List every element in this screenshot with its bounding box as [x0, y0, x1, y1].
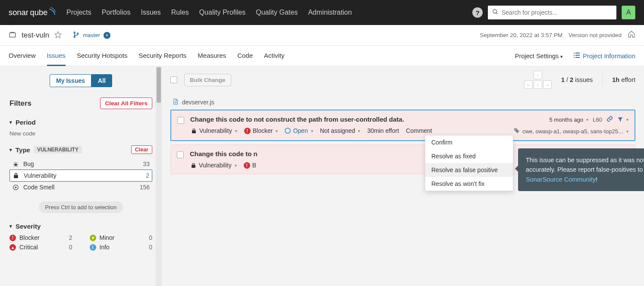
- tags-icon: [514, 128, 520, 135]
- nav-issues[interactable]: Issues: [141, 9, 161, 16]
- issue-severity-dropdown[interactable]: !Blocker: [244, 127, 278, 134]
- severity-grid: !Blocker2 ▾Minor0 ▴Critical0 iInfo0: [9, 234, 152, 251]
- permalink-icon[interactable]: [606, 116, 613, 123]
- svg-text:qube: qube: [30, 8, 48, 17]
- tooltip-text: This issue can be suppressed as it was n…: [526, 157, 644, 173]
- blocker-icon: !: [244, 128, 251, 134]
- issue-row[interactable]: Change this code to not construct the pa…: [170, 110, 635, 141]
- file-name: devserver.js: [182, 99, 214, 106]
- severity-count: 0: [69, 244, 72, 251]
- blocker-icon: !: [9, 235, 16, 241]
- clear-all-filters-button[interactable]: Clear All Filters: [100, 97, 152, 109]
- issue-severity-dropdown[interactable]: !B: [244, 162, 256, 169]
- dropdown-resolve-fixed[interactable]: Resolve as fixed: [425, 149, 513, 163]
- severity-count: 0: [149, 244, 152, 251]
- logo[interactable]: sonarqube: [9, 6, 56, 19]
- tab-overview[interactable]: Overview: [9, 46, 36, 66]
- tab-code[interactable]: Code: [237, 46, 253, 66]
- home-icon[interactable]: [628, 30, 635, 40]
- issue-age[interactable]: 5 months ago: [550, 116, 589, 123]
- avatar[interactable]: A: [622, 6, 635, 19]
- nav-administration[interactable]: Administration: [308, 9, 352, 16]
- minor-icon: ▾: [90, 235, 96, 241]
- facet-period-newcode[interactable]: New code: [9, 130, 152, 137]
- chevron-down-icon: ▾: [9, 147, 12, 153]
- tab-issues[interactable]: Issues: [47, 46, 66, 66]
- issue-checkbox[interactable]: [177, 117, 184, 124]
- bulk-change-button[interactable]: Bulk Change: [184, 74, 231, 86]
- nav-quality-profiles[interactable]: Quality Profiles: [199, 9, 246, 16]
- project-tabs-left: Overview Issues Security Hotspots Securi…: [9, 46, 515, 66]
- project-name[interactable]: test-vuln: [22, 31, 49, 40]
- facet-type-badge: VULNERABILITY: [34, 146, 82, 154]
- nav-rules[interactable]: Rules: [171, 9, 189, 16]
- arrow-left-icon: ←: [524, 80, 533, 89]
- facet-type-clear[interactable]: Clear: [131, 145, 152, 154]
- toggle-all[interactable]: All: [91, 74, 112, 87]
- issue-body: Change this code to not construct the pa…: [190, 116, 508, 135]
- help-icon[interactable]: ?: [472, 7, 483, 18]
- svg-rect-16: [14, 175, 18, 178]
- project-information-link[interactable]: Project Information: [573, 52, 635, 60]
- type-row-label: Vulnerability: [24, 172, 57, 179]
- facet-severity-title: Severity: [16, 223, 41, 230]
- arrow-right-icon: →: [543, 80, 552, 89]
- type-row-vulnerability[interactable]: Vulnerability 2: [9, 170, 152, 182]
- severity-info[interactable]: iInfo0: [90, 244, 153, 251]
- facet-type-title: Type: [16, 146, 30, 154]
- nav-projects[interactable]: Projects: [66, 9, 91, 16]
- filters-title: Filters: [9, 99, 31, 108]
- branch-selector[interactable]: master +: [73, 31, 110, 39]
- issue-title[interactable]: Change this code to not construct the pa…: [190, 116, 508, 123]
- select-all-checkbox[interactable]: [170, 76, 177, 83]
- issue-assignee-dropdown[interactable]: Not assigned: [320, 127, 361, 134]
- issues-main: Bulk Change ↑ ← ↓ → 1 / 2 issues 1h effo…: [162, 66, 644, 286]
- severity-count: 2: [69, 234, 72, 241]
- sidebar-scrollbar[interactable]: [156, 66, 162, 286]
- tab-measures[interactable]: Measures: [198, 46, 226, 66]
- nav-quality-gates[interactable]: Quality Gates: [256, 9, 298, 16]
- svg-rect-21: [192, 130, 195, 132]
- file-header[interactable]: devserver.js: [170, 98, 635, 106]
- project-settings-dropdown[interactable]: Project Settings: [515, 53, 563, 60]
- scrollbar-thumb[interactable]: [157, 67, 161, 103]
- issue-type-dropdown[interactable]: Vulnerability: [190, 162, 237, 169]
- nav-portfolios[interactable]: Portfolios: [102, 9, 131, 16]
- blocker-icon: !: [244, 162, 250, 169]
- type-row-bug[interactable]: Bug 33: [9, 158, 152, 170]
- dropdown-resolve-wont-fix[interactable]: Resolve as won't fix: [425, 177, 513, 191]
- tab-security-hotspots[interactable]: Security Hotspots: [77, 46, 128, 66]
- toggle-my-issues[interactable]: My Issues: [50, 74, 91, 87]
- issue-checkbox[interactable]: [177, 151, 184, 158]
- chevron-down-icon: ▾: [626, 129, 628, 134]
- svg-point-6: [74, 31, 75, 33]
- lock-icon: [190, 127, 197, 134]
- svg-point-8: [77, 33, 79, 34]
- dropdown-resolve-false-positive[interactable]: Resolve as false positive: [425, 163, 513, 177]
- tab-security-reports[interactable]: Security Reports: [138, 46, 186, 66]
- tab-activity[interactable]: Activity: [264, 46, 285, 66]
- severity-blocker[interactable]: !Blocker2: [9, 234, 72, 241]
- facet-severity-header[interactable]: ▾Severity: [9, 223, 152, 230]
- severity-minor[interactable]: ▾Minor0: [90, 234, 153, 241]
- issue-type-dropdown[interactable]: Vulnerability: [190, 127, 237, 134]
- plus-icon[interactable]: +: [104, 32, 110, 39]
- facet-period-header[interactable]: ▾Period: [9, 119, 152, 126]
- issue-tags[interactable]: cwe, owasp-a1, owasp-a5, sans-top25… ▾: [514, 128, 628, 135]
- star-icon[interactable]: [54, 31, 62, 40]
- severity-critical[interactable]: ▴Critical0: [9, 244, 72, 251]
- dropdown-confirm[interactable]: Confirm: [425, 135, 513, 149]
- facet-type-header[interactable]: ▾ Type VULNERABILITY Clear: [9, 145, 152, 154]
- issue-comment-link[interactable]: Comment: [406, 127, 432, 134]
- topbar-right: ? A: [472, 6, 635, 19]
- issue-status-dropdown[interactable]: Open: [285, 127, 313, 134]
- issues-toolbar: Bulk Change ↑ ← ↓ → 1 / 2 issues 1h effo…: [162, 66, 644, 93]
- type-row-codesmell[interactable]: Code Smell 156: [9, 182, 152, 193]
- svg-point-18: [15, 186, 16, 188]
- issue-count: 1 / 2 issues: [561, 76, 593, 83]
- lock-icon: [13, 172, 19, 179]
- search-input[interactable]: [488, 6, 616, 19]
- search-wrap: [488, 6, 616, 19]
- severity-label: Minor: [100, 234, 115, 241]
- filter-similar-icon[interactable]: [617, 116, 628, 123]
